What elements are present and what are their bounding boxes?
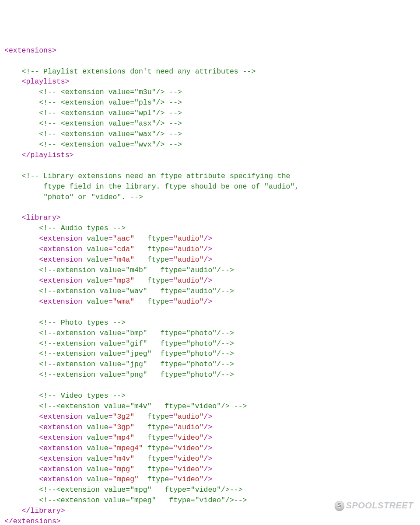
- xml-code-block: <extensions> <!-- Playlist extensions do…: [4, 46, 416, 525]
- watermark-icon: [335, 501, 344, 511]
- watermark-text: SPOOLSTREET: [346, 499, 413, 512]
- watermark: SPOOLSTREET: [335, 499, 413, 512]
